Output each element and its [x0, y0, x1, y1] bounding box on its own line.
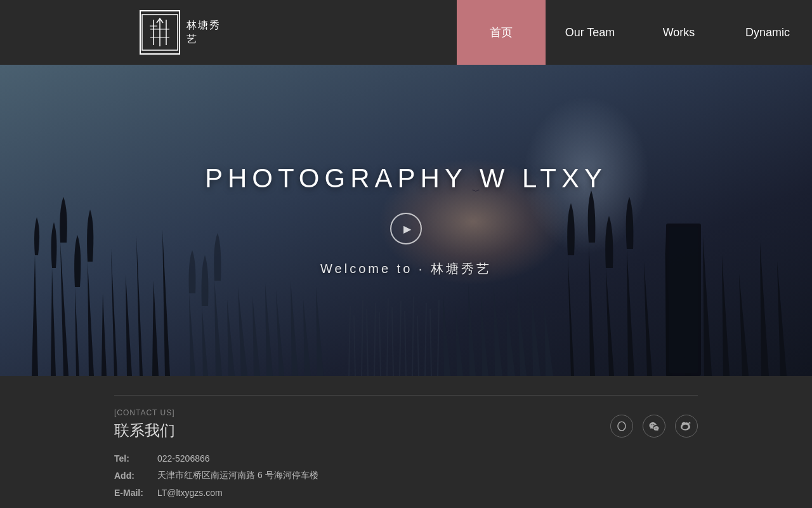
nav-works[interactable]: Works: [634, 0, 723, 65]
footer-add-label: Add:: [114, 471, 152, 481]
footer-tel-value: 022-5206866: [157, 453, 210, 464]
footer-contact-label: [CONTACT US]: [114, 408, 318, 417]
footer-tel-row: Tel: 022-5206866: [114, 453, 318, 464]
footer-add-row: Add: 天津市红桥区南运河南路 6 号海河停车楼: [114, 470, 318, 481]
logo-area: 林塘秀艺: [0, 10, 222, 55]
nav-home[interactable]: 首页: [457, 0, 546, 65]
logo-text: 林塘秀艺: [187, 18, 222, 47]
weibo-icon[interactable]: [675, 415, 698, 438]
footer-tel-label: Tel:: [114, 453, 152, 464]
header: 林塘秀艺 首页 Our Team Works Dynamic: [0, 0, 812, 65]
footer-email-row: E-Mail: LT@ltxygzs.com: [114, 488, 318, 498]
footer-contact-section: [CONTACT US] 联系我们 Tel: 022-5206866 Add: …: [114, 408, 318, 504]
hero-title: PHOTOGRAPHY W LTXY: [184, 163, 628, 194]
footer-add-value: 天津市红桥区南运河南路 6 号海河停车楼: [157, 470, 318, 481]
footer-social-icons: [610, 408, 698, 438]
logo-icon: [141, 13, 179, 51]
nav-dynamic[interactable]: Dynamic: [723, 0, 812, 65]
hero-subtitle: Welcome to · 林塘秀艺: [184, 260, 628, 277]
qq-icon[interactable]: [610, 415, 633, 438]
logo-box: [140, 10, 180, 55]
footer-email-label: E-Mail:: [114, 488, 152, 498]
hero-play-button[interactable]: [390, 213, 422, 244]
footer-inner: [CONTACT US] 联系我们 Tel: 022-5206866 Add: …: [89, 395, 723, 508]
footer-contact-title: 联系我们: [114, 420, 318, 441]
footer-email-value: LT@ltxygzs.com: [157, 488, 223, 498]
hero-content: PHOTOGRAPHY W LTXY Welcome to · 林塘秀艺: [184, 163, 628, 277]
footer: [CONTACT US] 联系我们 Tel: 022-5206866 Add: …: [0, 376, 812, 508]
hero-section: PHOTOGRAPHY W LTXY Welcome to · 林塘秀艺: [0, 65, 812, 376]
footer-top: [CONTACT US] 联系我们 Tel: 022-5206866 Add: …: [114, 395, 698, 504]
nav-our-team[interactable]: Our Team: [546, 0, 634, 65]
wechat-icon[interactable]: [643, 415, 665, 438]
main-nav: 首页 Our Team Works Dynamic: [457, 0, 812, 65]
